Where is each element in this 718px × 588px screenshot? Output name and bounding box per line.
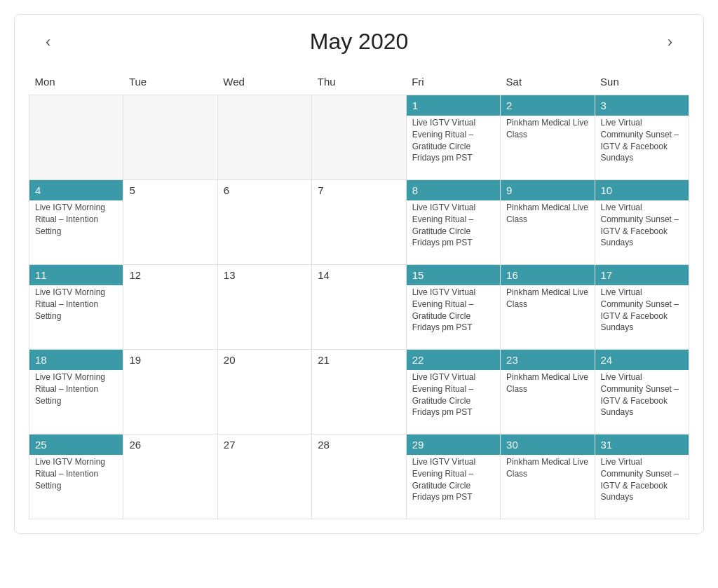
- calendar-row: 1Live IGTV Virtual Evening Ritual – Grat…: [29, 95, 689, 180]
- day-number: 14: [312, 265, 405, 285]
- event-text: Live IGTV Morning Ritual – Intention Set…: [29, 370, 123, 411]
- calendar-cell: 24Live Virtual Community Sunset – IGTV &…: [595, 350, 689, 435]
- calendar-header: ‹ May 2020 ›: [29, 29, 689, 55]
- calendar-cell: 13: [217, 265, 311, 350]
- day-number: 20: [218, 350, 311, 370]
- day-number: 3: [595, 95, 689, 116]
- calendar-cell: 19: [123, 350, 217, 435]
- calendar-cell: 3Live Virtual Community Sunset – IGTV & …: [595, 95, 689, 180]
- calendar-cell: 8Live IGTV Virtual Evening Ritual – Grat…: [406, 180, 500, 265]
- day-number: 31: [595, 435, 689, 455]
- event-text: Live IGTV Virtual Evening Ritual – Grati…: [407, 200, 500, 253]
- day-number: 8: [407, 180, 500, 200]
- day-number: [312, 95, 405, 116]
- calendar-cell: 27: [217, 435, 311, 519]
- calendar-row: 11Live IGTV Morning Ritual – Intention S…: [29, 265, 689, 350]
- calendar-cell: 29Live IGTV Virtual Evening Ritual – Gra…: [406, 435, 500, 519]
- day-number: 29: [407, 435, 500, 455]
- day-number: 19: [123, 350, 217, 370]
- calendar-cell: 16Pinkham Medical Live Class: [501, 265, 595, 350]
- event-text: Live Virtual Community Sunset – IGTV & F…: [595, 370, 689, 423]
- calendar-cell: 4Live IGTV Morning Ritual – Intention Se…: [29, 180, 123, 265]
- day-number: 13: [218, 265, 311, 285]
- calendar-cell: 21: [312, 350, 406, 435]
- day-number: 24: [595, 350, 689, 370]
- day-number: 21: [312, 350, 405, 370]
- event-text: Live Virtual Community Sunset – IGTV & F…: [595, 285, 689, 338]
- next-button[interactable]: ›: [658, 27, 682, 57]
- calendar-grid: MonTueWedThuFriSatSun 1Live IGTV Virtual…: [29, 69, 689, 519]
- calendar-cell: [29, 95, 123, 180]
- calendar-cell: 31Live Virtual Community Sunset – IGTV &…: [595, 435, 689, 519]
- calendar-cell: 2Pinkham Medical Live Class: [501, 95, 595, 180]
- calendar-body: 1Live IGTV Virtual Evening Ritual – Grat…: [29, 95, 689, 519]
- day-number: 16: [501, 265, 594, 285]
- event-text: Live IGTV Virtual Evening Ritual – Grati…: [407, 285, 500, 338]
- event-text: Live Virtual Community Sunset – IGTV & F…: [595, 200, 689, 253]
- day-number: 5: [123, 180, 217, 200]
- day-number: 11: [29, 265, 123, 285]
- event-text: Pinkham Medical Live Class: [501, 116, 594, 145]
- calendar-cell: 11Live IGTV Morning Ritual – Intention S…: [29, 265, 123, 350]
- calendar-cell: 26: [123, 435, 217, 519]
- day-header-wed: Wed: [217, 69, 311, 95]
- calendar-cell: 25Live IGTV Morning Ritual – Intention S…: [29, 435, 123, 519]
- day-header-fri: Fri: [406, 69, 500, 95]
- day-number: 28: [312, 435, 405, 455]
- calendar-container: ‹ May 2020 › MonTueWedThuFriSatSun 1Live…: [14, 14, 704, 534]
- day-number: 25: [29, 435, 123, 455]
- calendar-row: 25Live IGTV Morning Ritual – Intention S…: [29, 435, 689, 519]
- day-number: 9: [501, 180, 594, 200]
- event-text: Pinkham Medical Live Class: [501, 285, 594, 315]
- calendar-cell: 28: [312, 435, 406, 519]
- event-text: Live IGTV Morning Ritual – Intention Set…: [29, 285, 123, 326]
- day-header-sun: Sun: [595, 69, 689, 95]
- calendar-cell: 1Live IGTV Virtual Evening Ritual – Grat…: [406, 95, 500, 180]
- calendar-cell: [123, 95, 217, 180]
- event-text: Live IGTV Virtual Evening Ritual – Grati…: [407, 116, 500, 168]
- calendar-cell: 23Pinkham Medical Live Class: [501, 350, 595, 435]
- day-number: [29, 95, 123, 116]
- day-headers-row: MonTueWedThuFriSatSun: [29, 69, 689, 95]
- event-text: Live IGTV Morning Ritual – Intention Set…: [29, 200, 123, 241]
- day-number: 1: [407, 95, 500, 116]
- calendar-cell: 17Live Virtual Community Sunset – IGTV &…: [595, 265, 689, 350]
- day-number: 27: [218, 435, 311, 455]
- day-number: 15: [407, 265, 500, 285]
- event-text: Pinkham Medical Live Class: [501, 370, 594, 399]
- day-number: 10: [595, 180, 689, 200]
- calendar-cell: 20: [217, 350, 311, 435]
- calendar-cell: 10Live Virtual Community Sunset – IGTV &…: [595, 180, 689, 265]
- day-number: 6: [218, 180, 311, 200]
- calendar-cell: 30Pinkham Medical Live Class: [501, 435, 595, 519]
- calendar-cell: [217, 95, 311, 180]
- day-number: 26: [123, 435, 217, 455]
- calendar-cell: 18Live IGTV Morning Ritual – Intention S…: [29, 350, 123, 435]
- day-number: 2: [501, 95, 594, 116]
- calendar-row: 4Live IGTV Morning Ritual – Intention Se…: [29, 180, 689, 265]
- day-number: 30: [501, 435, 594, 455]
- calendar-cell: 9Pinkham Medical Live Class: [501, 180, 595, 265]
- calendar-cell: 22Live IGTV Virtual Evening Ritual – Gra…: [406, 350, 500, 435]
- calendar-cell: 12: [123, 265, 217, 350]
- event-text: Live Virtual Community Sunset – IGTV & F…: [595, 455, 689, 507]
- event-text: Live IGTV Virtual Evening Ritual – Grati…: [407, 370, 500, 423]
- day-number: [218, 95, 311, 116]
- calendar-cell: [312, 95, 406, 180]
- calendar-cell: 6: [217, 180, 311, 265]
- calendar-cell: 14: [312, 265, 406, 350]
- calendar-cell: 15Live IGTV Virtual Evening Ritual – Gra…: [406, 265, 500, 350]
- day-number: [123, 95, 217, 116]
- day-header-mon: Mon: [29, 69, 123, 95]
- calendar-row: 18Live IGTV Morning Ritual – Intention S…: [29, 350, 689, 435]
- calendar-title: May 2020: [310, 29, 409, 55]
- day-number: 7: [312, 180, 405, 200]
- day-header-tue: Tue: [123, 69, 217, 95]
- event-text: Live Virtual Community Sunset – IGTV & F…: [595, 116, 689, 168]
- day-header-thu: Thu: [312, 69, 406, 95]
- day-number: 12: [123, 265, 217, 285]
- prev-button[interactable]: ‹: [36, 27, 60, 57]
- day-number: 22: [407, 350, 500, 370]
- event-text: Live IGTV Morning Ritual – Intention Set…: [29, 455, 123, 495]
- calendar-cell: 5: [123, 180, 217, 265]
